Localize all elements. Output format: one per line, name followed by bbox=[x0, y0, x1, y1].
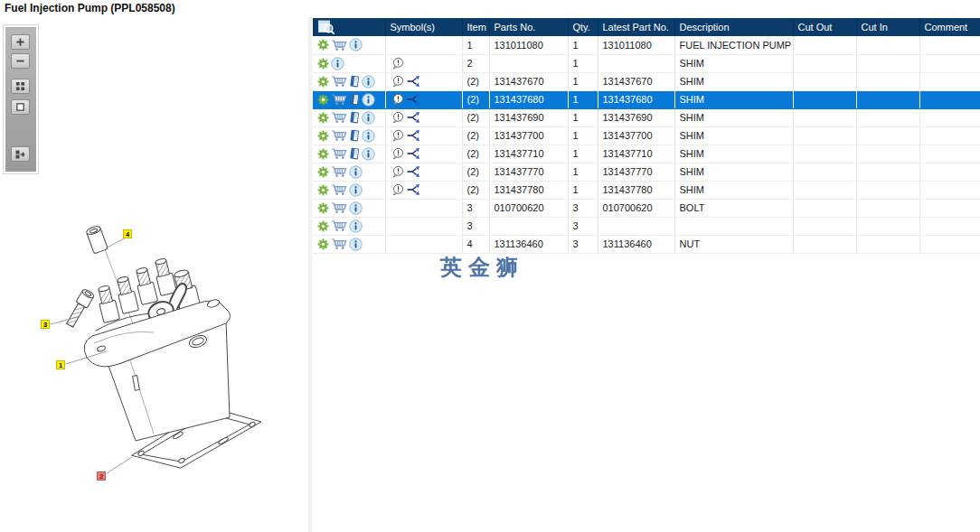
info-icon[interactable] bbox=[349, 219, 363, 233]
column-header-parts_no[interactable]: Parts No. bbox=[489, 18, 568, 36]
cell-comment bbox=[919, 199, 980, 217]
cell-qty: 1 bbox=[568, 54, 598, 72]
cart-icon[interactable] bbox=[331, 93, 347, 106]
column-header-comment[interactable]: Comment bbox=[919, 18, 980, 36]
collapse-panel-button[interactable] bbox=[11, 146, 30, 162]
table-row[interactable]: 30107006203010700620BOLT bbox=[313, 199, 980, 217]
info-icon[interactable] bbox=[362, 93, 375, 107]
gear-icon[interactable] bbox=[317, 39, 329, 51]
cart-icon[interactable] bbox=[331, 129, 347, 142]
cell-description: SHIM bbox=[674, 108, 793, 126]
balloon-icon bbox=[391, 129, 405, 143]
cart-icon[interactable] bbox=[331, 75, 347, 88]
book-icon[interactable] bbox=[349, 93, 360, 106]
info-icon[interactable] bbox=[362, 111, 375, 125]
column-header-symbols[interactable]: Symbol(s) bbox=[385, 18, 462, 36]
cell-item: 3 bbox=[462, 217, 489, 235]
info-icon[interactable] bbox=[349, 201, 363, 215]
table-row[interactable]: (2)1314377801131437780SHIM bbox=[313, 181, 980, 199]
column-header-cut_in[interactable]: Cut In bbox=[856, 18, 919, 36]
cart-icon[interactable] bbox=[331, 39, 347, 51]
cell-description: SHIM bbox=[674, 126, 793, 145]
info-icon[interactable] bbox=[349, 183, 363, 197]
gear-icon[interactable] bbox=[317, 202, 329, 214]
info-icon[interactable] bbox=[331, 57, 344, 70]
table-row[interactable]: 21SHIM bbox=[313, 54, 980, 72]
column-header-qty[interactable]: Qty. bbox=[568, 18, 598, 36]
book-icon[interactable] bbox=[349, 147, 360, 160]
callout-1[interactable]: 1 bbox=[56, 360, 65, 369]
callout-4[interactable]: 4 bbox=[123, 229, 132, 238]
cart-icon[interactable] bbox=[331, 238, 347, 250]
cell-qty: 1 bbox=[568, 181, 598, 199]
cell-latest_part_no: 131011080 bbox=[598, 36, 674, 54]
balloon-icon bbox=[391, 165, 405, 179]
cart-icon[interactable] bbox=[331, 165, 347, 178]
gear-icon[interactable] bbox=[317, 148, 329, 160]
cell-item: (2) bbox=[462, 181, 489, 199]
cell-comment bbox=[919, 217, 980, 235]
pane-divider[interactable] bbox=[308, 16, 312, 532]
gear-icon[interactable] bbox=[317, 238, 329, 250]
gear-icon[interactable] bbox=[317, 58, 329, 70]
cell-symbols bbox=[385, 54, 462, 72]
book-icon[interactable] bbox=[349, 75, 360, 88]
column-header-item[interactable]: Item bbox=[462, 18, 489, 36]
cell-qty: 3 bbox=[568, 217, 598, 235]
book-icon[interactable] bbox=[349, 111, 360, 124]
info-icon[interactable] bbox=[362, 129, 375, 143]
column-header-actions[interactable] bbox=[313, 18, 385, 36]
table-row[interactable]: 33 bbox=[313, 217, 980, 235]
gear-icon[interactable] bbox=[317, 184, 329, 196]
table-row[interactable]: (2)1314376701131437670SHIM bbox=[313, 72, 980, 90]
cell-item: 3 bbox=[462, 199, 489, 217]
column-header-description[interactable]: Description bbox=[674, 18, 793, 36]
cart-icon[interactable] bbox=[331, 183, 347, 196]
column-header-cut_out[interactable]: Cut Out bbox=[793, 18, 856, 36]
gear-icon[interactable] bbox=[317, 166, 329, 178]
info-icon[interactable] bbox=[349, 38, 363, 51]
table-row[interactable]: (2)1314376901131437690SHIM bbox=[313, 108, 980, 126]
cart-icon[interactable] bbox=[331, 111, 347, 124]
cell-cut_out bbox=[793, 72, 856, 90]
cell-qty: 3 bbox=[568, 235, 598, 253]
info-icon[interactable] bbox=[349, 165, 363, 179]
zoom-out-button[interactable] bbox=[11, 53, 30, 69]
info-icon[interactable] bbox=[349, 238, 363, 251]
gear-icon[interactable] bbox=[317, 112, 329, 124]
cell-comment bbox=[919, 36, 980, 54]
cell-cut_in bbox=[856, 36, 919, 54]
table-row[interactable]: (2)1314377001131437700SHIM bbox=[313, 126, 980, 145]
table-row[interactable]: (2)1314377101131437710SHIM bbox=[313, 145, 980, 163]
collapse-panel-icon bbox=[15, 149, 26, 160]
cell-comment bbox=[919, 72, 980, 90]
table-row[interactable]: (2)1314377701131437770SHIM bbox=[313, 163, 980, 181]
zoom-in-button[interactable] bbox=[11, 34, 30, 50]
info-icon[interactable] bbox=[362, 147, 375, 161]
page-title: Fuel Injection Pump (PPL058508) bbox=[5, 2, 175, 14]
column-header-latest_part_no[interactable]: Latest Part No. bbox=[598, 18, 674, 36]
cart-icon[interactable] bbox=[331, 147, 347, 160]
table-row[interactable]: 11310110801131011080FUEL INJECTION PUMP bbox=[313, 36, 980, 54]
table-row[interactable]: (2)1314376801131437680SHIM bbox=[313, 90, 980, 108]
table-row[interactable]: 41311364603131136460NUT bbox=[313, 235, 980, 253]
gear-icon[interactable] bbox=[317, 130, 329, 142]
cell-parts_no: 131437710 bbox=[489, 145, 568, 163]
gear-icon[interactable] bbox=[317, 220, 329, 232]
cell-latest_part_no bbox=[598, 54, 674, 72]
cell-comment bbox=[919, 54, 980, 72]
cell-latest_part_no: 131437680 bbox=[598, 90, 674, 108]
parts-table: Symbol(s)ItemParts No.Qty.Latest Part No… bbox=[313, 18, 980, 254]
cell-cut_in bbox=[856, 235, 919, 253]
cart-icon[interactable] bbox=[331, 201, 347, 214]
callout-2[interactable]: 2 bbox=[97, 471, 106, 481]
cart-icon[interactable] bbox=[331, 219, 347, 232]
book-icon[interactable] bbox=[349, 129, 360, 142]
tile-view-button[interactable] bbox=[11, 79, 30, 94]
gear-icon[interactable] bbox=[317, 76, 329, 88]
cell-parts_no bbox=[489, 217, 568, 235]
info-icon[interactable] bbox=[362, 75, 375, 89]
single-view-button[interactable] bbox=[11, 99, 30, 115]
gear-icon[interactable] bbox=[317, 94, 329, 106]
callout-3[interactable]: 3 bbox=[41, 320, 50, 329]
